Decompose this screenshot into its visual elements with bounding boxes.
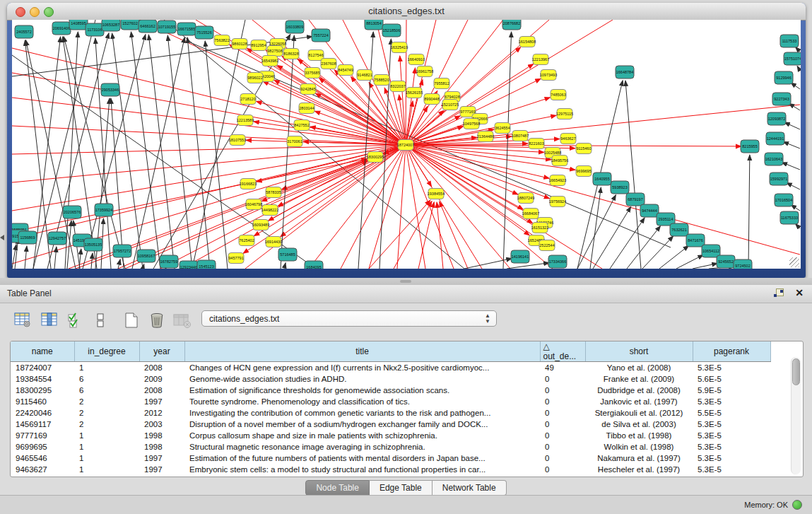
graph-node[interactable]: 21364486: [477, 132, 494, 142]
graph-node[interactable]: 7955812: [434, 78, 449, 89]
table-cell[interactable]: 49: [540, 362, 585, 374]
citation-edge-black[interactable]: [358, 32, 373, 269]
table-cell[interactable]: 19384554: [11, 373, 74, 385]
collapse-panel-arrow-icon[interactable]: [0, 235, 4, 240]
graph-node[interactable]: 8215955: [741, 140, 759, 153]
graph-node[interactable]: 18724007: [397, 140, 414, 151]
table-cell[interactable]: 5.3E-5: [693, 464, 770, 475]
table-cell[interactable]: 0: [540, 441, 585, 452]
graph-node[interactable]: 9457791: [228, 253, 244, 264]
graph-node[interactable]: 1408595: [69, 20, 88, 30]
graph-node[interactable]: 8912954: [251, 40, 266, 51]
graph-node[interactable]: 17016504: [775, 194, 793, 206]
table-row[interactable]: 1938455462009Genome-wide association stu…: [11, 373, 770, 385]
graph-node[interactable]: 1684095: [305, 261, 323, 269]
table-cell[interactable]: 9463627: [11, 464, 74, 475]
new-table-button[interactable]: [122, 312, 141, 330]
graph-node[interactable]: 8322037: [390, 81, 406, 92]
table-cell[interactable]: Wolkin et al. (1998): [585, 441, 693, 452]
graph-node[interactable]: 9115460: [576, 144, 592, 154]
graph-node[interactable]: 5716485: [278, 248, 297, 261]
citation-edge-black[interactable]: [284, 263, 286, 269]
graph-node[interactable]: 16782759: [160, 255, 178, 268]
citation-edge-black[interactable]: [782, 163, 800, 170]
graph-node[interactable]: 10653287: [102, 20, 120, 31]
table-cell[interactable]: Yano et al. (2008): [585, 362, 693, 374]
graph-node[interactable]: 10807487: [512, 131, 529, 141]
graph-node[interactable]: 15751074: [784, 52, 801, 65]
graph-node[interactable]: 12942757: [48, 232, 66, 245]
table-cell[interactable]: 1: [74, 430, 139, 441]
graph-node[interactable]: 16033809: [286, 21, 304, 33]
graph-node[interactable]: 1545123: [197, 260, 216, 269]
table-cell[interactable]: 2008: [139, 362, 184, 374]
col-header-year[interactable]: year: [139, 341, 184, 362]
graph-node[interactable]: 16325419: [391, 42, 408, 53]
graph-node[interactable]: 16151322: [531, 223, 548, 233]
tab-node-table[interactable]: Node Table: [305, 480, 370, 496]
graph-node[interactable]: 1117533: [780, 35, 799, 47]
graph-node[interactable]: 7625402: [239, 235, 254, 246]
graph-node[interactable]: 8427552: [294, 120, 310, 131]
table-selector-combobox[interactable]: citations_edges.txt ▲▼: [201, 310, 497, 327]
table-cell[interactable]: 2: [74, 396, 139, 407]
table-cell[interactable]: 5.6E-5: [693, 373, 770, 385]
table-cell[interactable]: 1997: [139, 452, 184, 464]
window-resize-grip[interactable]: [789, 257, 799, 267]
graph-node[interactable]: 29053346: [101, 83, 119, 96]
table-cell[interactable]: 5.3E-5: [693, 430, 770, 441]
table-cell[interactable]: 6: [74, 373, 139, 385]
col-header-in-degree[interactable]: in_degree: [74, 341, 139, 362]
graph-node[interactable]: 2405572: [15, 25, 33, 38]
table-vertical-scrollbar[interactable]: [791, 357, 801, 474]
graph-node[interactable]: 12093872: [767, 112, 786, 125]
citation-edge-red[interactable]: [406, 145, 549, 178]
graph-node[interactable]: 1527602: [121, 20, 139, 30]
col-header-pagerank[interactable]: pagerank: [693, 341, 770, 362]
citation-edge-red[interactable]: [341, 145, 406, 269]
table-cell[interactable]: Hescheler et al. (1997): [585, 464, 693, 475]
graph-node[interactable]: 9474444: [640, 204, 659, 217]
citation-edge-red[interactable]: [437, 202, 443, 269]
graph-node[interactable]: 15992971: [770, 173, 788, 185]
table-row[interactable]: 1872400712008Changes of HCN gene express…: [11, 362, 770, 374]
citation-edge-black[interactable]: [593, 206, 631, 269]
graph-node[interactable]: 15218506: [382, 24, 401, 37]
citation-edge-black[interactable]: [54, 247, 57, 269]
graph-node[interactable]: 16654923: [549, 175, 566, 186]
memory-ok-indicator-icon[interactable]: [792, 500, 802, 510]
table-cell[interactable]: 1997: [139, 396, 184, 407]
citation-edge-red[interactable]: [12, 126, 406, 145]
close-panel-icon[interactable]: ✕: [795, 287, 804, 298]
graph-node[interactable]: 9146821: [357, 70, 372, 81]
table-cell[interactable]: 2012: [139, 407, 184, 419]
table-cell[interactable]: Genome-wide association studies in ADHD.: [184, 373, 540, 385]
table-cell[interactable]: Dudbridge et al. (2008): [585, 385, 693, 396]
graph-node[interactable]: 11675333: [780, 211, 799, 224]
graph-node[interactable]: 8990448: [424, 94, 440, 105]
citation-edge-black[interactable]: [205, 41, 228, 269]
graph-node[interactable]: 17359924: [95, 204, 113, 216]
row-height-button[interactable]: [90, 312, 110, 330]
graph-node[interactable]: 10958167: [137, 250, 155, 262]
table-cell[interactable]: 1: [74, 464, 139, 475]
table-cell[interactable]: 5.3E-5: [693, 362, 770, 374]
table-cell[interactable]: Corpus callosum shape and size in male p…: [184, 430, 540, 441]
table-cell[interactable]: Stergiakouli et al. (2012): [585, 407, 693, 419]
table-cell[interactable]: 9777169: [11, 430, 74, 441]
table-cell[interactable]: 1: [74, 441, 139, 452]
col-header-title[interactable]: title: [184, 341, 540, 362]
citation-edge-red[interactable]: [406, 145, 510, 269]
citation-edge-black[interactable]: [464, 259, 512, 269]
delete-rows-trash-button[interactable]: [147, 312, 167, 330]
table-cell[interactable]: 22420046: [11, 407, 74, 419]
table-cell[interactable]: 0: [540, 407, 585, 419]
table-cell[interactable]: 0: [540, 430, 585, 441]
citation-edge-black[interactable]: [748, 155, 750, 269]
citation-edge-black[interactable]: [659, 245, 689, 269]
citation-edge-red[interactable]: [406, 145, 518, 194]
col-header-short[interactable]: short: [585, 341, 693, 362]
citation-edge-black[interactable]: [507, 263, 549, 269]
table-cell[interactable]: 1997: [139, 464, 184, 475]
graph-node[interactable]: 12213967: [532, 54, 549, 65]
